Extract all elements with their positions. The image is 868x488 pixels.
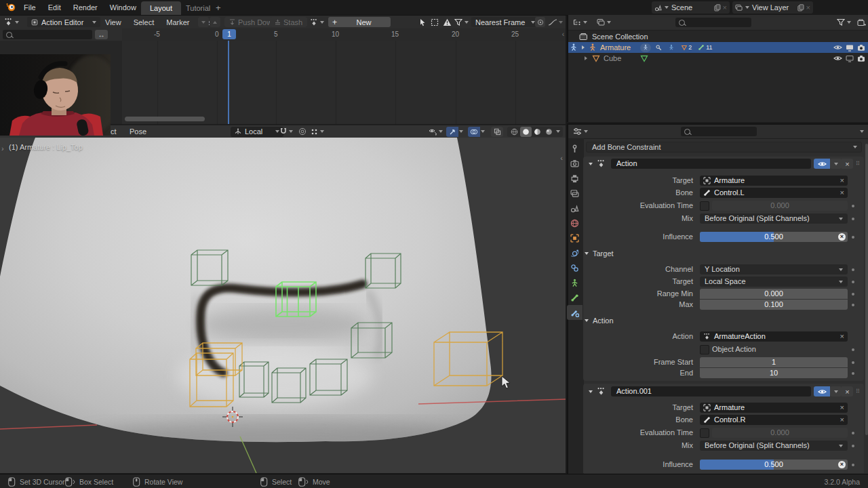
action-datablock-field[interactable]: ArmatureAction× <box>700 331 848 342</box>
action-browse-dropdown[interactable] <box>310 18 324 26</box>
eval-time-checkbox[interactable] <box>700 428 709 438</box>
playhead-line[interactable] <box>228 41 229 124</box>
clear-icon[interactable]: × <box>840 331 844 342</box>
viewport-disable-icon[interactable] <box>846 55 854 62</box>
properties-tab-armature-data[interactable] <box>567 275 583 290</box>
properties-tab-output[interactable] <box>567 171 583 186</box>
clear-icon[interactable]: × <box>840 176 844 186</box>
remove-view-layer-icon[interactable]: × <box>806 3 810 12</box>
target-space-dropdown[interactable]: Local Space <box>700 277 848 287</box>
eval-time-slider[interactable]: 0.000 <box>712 201 848 211</box>
constraint-name-field[interactable]: Action <box>611 159 811 169</box>
properties-tab-view-layer[interactable] <box>567 186 583 201</box>
menu-marker[interactable]: Marker <box>160 18 195 26</box>
frame-end-field[interactable]: 10 <box>700 368 848 378</box>
outliner-search-input[interactable] <box>675 18 751 27</box>
hide-eye-icon[interactable] <box>833 55 842 62</box>
decorator-dot[interactable] <box>852 205 854 207</box>
constraint-delete-button[interactable]: × <box>842 159 853 169</box>
viewport-3d[interactable]: (1) Armature : Lip_Top › ‹ <box>0 138 566 473</box>
decorator-dot[interactable] <box>852 281 854 283</box>
decorator-dot[interactable] <box>852 268 854 271</box>
dopesheet-ruler[interactable]: -5 0 5 10 15 20 25 1 ‹ <box>122 28 566 41</box>
constraint-extras-button[interactable] <box>830 386 842 396</box>
blender-logo-icon[interactable] <box>5 2 16 12</box>
tab-layout[interactable]: Layout <box>141 1 181 15</box>
gizmo-toggle[interactable] <box>446 127 458 137</box>
eval-time-checkbox[interactable] <box>700 201 709 211</box>
decorator-dot[interactable] <box>852 304 854 306</box>
transform-orientation-dropdown[interactable]: Local <box>231 127 283 137</box>
channel-dropdown[interactable]: Y Location <box>700 264 848 274</box>
filter-dropdown[interactable] <box>454 18 469 26</box>
constraint-header-action-001[interactable]: Action.001 × ⠿ <box>583 386 864 397</box>
clear-icon[interactable]: × <box>840 188 844 198</box>
properties-tab-bone[interactable] <box>567 290 583 305</box>
outliner-row-scene-collection[interactable]: Scene Collection <box>568 31 868 42</box>
object-action-checkbox[interactable] <box>700 345 709 354</box>
menu-select[interactable]: Select <box>127 18 161 26</box>
new-collection-button[interactable] <box>856 17 867 28</box>
ruler-collapse-arrow[interactable]: ‹ <box>562 30 564 38</box>
subpanel-action-header[interactable]: Action <box>585 317 614 325</box>
decorator-dot[interactable] <box>852 464 854 466</box>
mix-dropdown[interactable]: Before Original (Split Channels) <box>700 214 848 224</box>
shading-rendered-button[interactable] <box>543 127 555 137</box>
mix-dropdown[interactable]: Before Original (Split Channels) <box>700 441 848 451</box>
outliner-filter-dropdown[interactable] <box>837 18 851 26</box>
eval-time-slider[interactable]: 0.000 <box>712 428 848 438</box>
shading-solid-button[interactable] <box>520 127 532 137</box>
layer-up-button[interactable] <box>210 17 220 27</box>
outliner-row-cube[interactable]: Cube <box>568 53 868 64</box>
viewport-disable-icon[interactable] <box>846 44 854 52</box>
current-frame-badge[interactable]: 1 <box>222 29 236 39</box>
clear-icon[interactable]: × <box>840 403 844 413</box>
decorator-dot[interactable] <box>852 372 854 375</box>
clear-icon[interactable]: × <box>840 415 844 425</box>
menu-edit[interactable]: Edit <box>42 3 67 12</box>
properties-scrollbar[interactable] <box>865 144 868 435</box>
influence-slider[interactable]: 0.500 × <box>700 460 848 470</box>
bone-field[interactable]: Control.R× <box>700 415 848 425</box>
animated-indicator-icon[interactable]: × <box>838 461 846 468</box>
dopesheet-canvas[interactable] <box>122 41 566 124</box>
properties-tab-object[interactable] <box>567 230 583 245</box>
properties-tab-physics[interactable] <box>567 245 583 260</box>
constraint-delete-button[interactable]: × <box>842 386 853 396</box>
pivot-point-dropdown[interactable] <box>311 128 324 136</box>
drag-handle-icon[interactable]: ⠿ <box>856 388 861 394</box>
action-editor-mode-dropdown[interactable]: Action Editor <box>27 17 100 27</box>
marquee-select-icon[interactable] <box>429 17 440 28</box>
influence-slider[interactable]: 0.500 × <box>700 232 848 242</box>
menu-window[interactable]: Window <box>104 3 142 12</box>
add-workspace-button[interactable]: + <box>212 1 225 15</box>
toolbar-collapse-arrow[interactable]: › <box>1 144 4 152</box>
warning-icon[interactable] <box>441 17 452 28</box>
overlays-toggle[interactable] <box>468 127 480 137</box>
decorator-dot[interactable] <box>852 218 854 220</box>
properties-options-arrow[interactable] <box>860 130 864 133</box>
range-max-field[interactable]: 0.100 <box>700 300 848 310</box>
decorator-dot[interactable] <box>852 293 854 296</box>
shading-material-button[interactable] <box>532 127 543 137</box>
properties-editor-dropdown[interactable] <box>573 127 588 136</box>
proportional-toggle-icon[interactable] <box>535 17 545 27</box>
range-min-field[interactable]: 0.000 <box>700 289 848 299</box>
outliner-editor-dropdown[interactable] <box>573 18 587 26</box>
add-bone-constraint-button[interactable]: Add Bone Constraint <box>586 142 862 152</box>
properties-tab-bone-constraint[interactable] <box>567 305 583 320</box>
view-layer-selector[interactable]: View Layer × <box>732 1 813 14</box>
properties-tab-world[interactable] <box>567 216 583 230</box>
properties-tab-scene[interactable] <box>567 201 583 216</box>
layer-down-button[interactable] <box>198 17 209 27</box>
properties-tab-constraint[interactable] <box>567 260 583 275</box>
subpanel-target-header[interactable]: Target <box>585 249 614 258</box>
copy-scene-icon[interactable] <box>714 4 721 12</box>
channel-search-input[interactable] <box>3 30 92 39</box>
nearest-frame-dropdown[interactable]: Nearest Frame <box>471 17 539 27</box>
scene-selector[interactable]: Scene × <box>652 1 730 14</box>
shading-wireframe-button[interactable] <box>509 127 520 137</box>
properties-tab-render[interactable] <box>567 156 583 171</box>
properties-tab-tool[interactable] <box>567 141 583 156</box>
select-cursor-icon[interactable] <box>417 17 428 28</box>
